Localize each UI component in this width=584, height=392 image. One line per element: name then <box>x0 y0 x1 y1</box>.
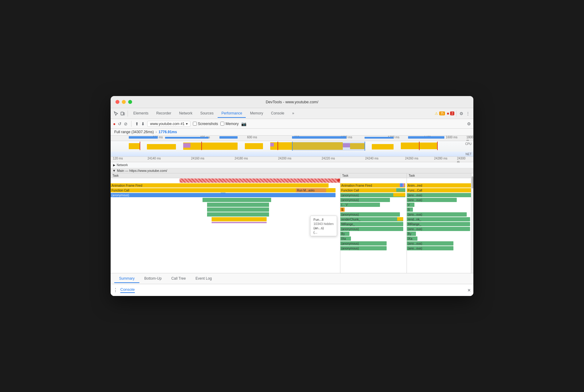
tab-recorder[interactable]: Recorder <box>153 109 175 118</box>
console-menu-icon[interactable]: ⋮ <box>113 287 118 293</box>
settings-icon[interactable]: ⚙ <box>458 111 464 117</box>
breadcrumb-arrow: › <box>156 130 157 134</box>
right-by-row: By <box>407 231 473 236</box>
mid-anim-block[interactable]: Animation Frame Fired <box>340 183 405 188</box>
mid-func-block[interactable]: Function Call <box>340 188 405 192</box>
mid-ixa-row: IXa <box>340 236 407 241</box>
right-render-label: rend...nk_ <box>408 218 421 221</box>
right-anon6-block[interactable]: (ano...ous) <box>407 246 453 250</box>
tab-sources[interactable]: Sources <box>196 109 217 118</box>
right-render-block[interactable]: rend...nk_ <box>407 217 470 221</box>
mid-v-row: (... V <box>340 202 407 207</box>
svg-rect-5 <box>245 143 263 149</box>
timeline-overview[interactable]: 200 ms 400 ms 600 ms 800 ms 1000 ms 1200… <box>111 136 473 157</box>
tab-event-log[interactable]: Event Log <box>191 275 217 283</box>
right-anon2-block[interactable]: (ano...ous) <box>407 198 457 202</box>
upload-button[interactable]: ⬆ <box>135 121 139 126</box>
tab-bottom-up[interactable]: Bottom-Up <box>139 275 166 283</box>
mid-s-row: S <box>340 207 407 212</box>
tab-summary[interactable]: Summary <box>114 275 139 283</box>
detail-mark-24200: 24200 ms <box>278 157 291 160</box>
right-anon5-label: (ano...ous) <box>408 242 422 245</box>
mid-anon6-block[interactable]: (anonymous) <box>340 246 387 250</box>
mid-s-block[interactable]: S <box>340 207 345 212</box>
function-call-label: Function Call <box>112 189 129 192</box>
clear-button[interactable]: ⊘ <box>124 121 128 126</box>
device-toolbar-icon[interactable] <box>120 111 126 117</box>
mid-fill-block[interactable]: fillRange_ <box>340 222 403 226</box>
error-count: 2 <box>450 111 454 115</box>
network-track: ▶ Network <box>111 162 473 168</box>
right-s-block[interactable]: S <box>407 207 413 212</box>
mid-ixa-block[interactable]: IXa <box>340 236 351 241</box>
full-range-label[interactable]: Full range (34307.26ms) <box>114 130 154 134</box>
tab-network[interactable]: Network <box>175 109 196 118</box>
mid-render-block[interactable]: renderChunk_ <box>340 217 403 221</box>
animation-frame-label: Animation Frame Fired <box>112 184 142 187</box>
mid-anon2-row: (anonymous) <box>340 198 407 202</box>
deep-stack-2 <box>207 203 269 207</box>
mid-by-block[interactable]: By <box>340 232 349 236</box>
screenshots-checkbox-label: Screenshots <box>193 122 218 126</box>
right-fill-block[interactable]: fillRange_ <box>407 222 470 226</box>
animation-frame-fired-block[interactable]: Animation Frame Fired <box>111 183 329 188</box>
close-button[interactable] <box>115 100 119 104</box>
tab-performance[interactable]: Performance <box>218 109 246 118</box>
tab-memory[interactable]: Memory <box>246 109 267 118</box>
right-anon5-block[interactable]: (ano...ous) <box>407 241 453 246</box>
col-right-task-label: Task <box>409 174 415 177</box>
deep-stack-5 <box>212 217 267 221</box>
right-anon3-block[interactable]: (ano...ous) <box>407 212 467 217</box>
flame-chart[interactable]: Task Animation Frame Fired <box>111 173 473 273</box>
mid-anon3-block[interactable]: (anonymous) <box>340 212 400 217</box>
mid-anon4-block[interactable]: (anonymous) <box>340 227 403 231</box>
cpu-overview: CPU <box>111 141 473 152</box>
scrollbar-thumb[interactable] <box>472 176 473 188</box>
right-render-row: rend...nk_ <box>407 217 473 222</box>
mid-s-label: S <box>341 208 343 211</box>
mid-anon2-label: (anonymous) <box>341 198 359 202</box>
main-section-header: ▼ Main — https://www.youtube.com/ <box>111 168 473 173</box>
more-options-icon[interactable]: ⋮ <box>465 111 471 117</box>
performance-settings-icon[interactable]: ⚙ <box>467 121 471 126</box>
sep2 <box>456 111 456 117</box>
run-microtasks-block[interactable]: Run M...asks <box>296 188 326 192</box>
vertical-scrollbar[interactable] <box>471 173 473 273</box>
maximize-button[interactable] <box>128 100 132 104</box>
console-label[interactable]: Console <box>120 287 135 293</box>
right-anon1-block[interactable]: (ano...ous) <box>407 193 472 197</box>
tab-call-tree[interactable]: Call Tree <box>167 275 191 283</box>
url-selector[interactable]: www.youtube.com #1 ▾ <box>147 121 190 127</box>
svg-rect-20 <box>292 142 293 151</box>
right-by-block[interactable]: By <box>407 232 416 236</box>
capture-settings-icon[interactable]: 📷 <box>241 121 246 126</box>
mid-anon2-block[interactable]: (anonymous) <box>340 198 390 202</box>
tab-elements[interactable]: Elements <box>130 109 152 118</box>
memory-checkbox[interactable] <box>220 122 224 126</box>
screenshots-checkbox[interactable] <box>193 122 197 126</box>
download-button[interactable]: ⬇ <box>141 121 145 126</box>
right-anim-block[interactable]: Anim...ired <box>407 183 472 188</box>
mid-v-label: (... V <box>341 203 348 207</box>
right-func-block[interactable]: Func...Call <box>407 188 472 192</box>
refresh-record-button[interactable]: ↺ <box>118 121 122 126</box>
tab-console[interactable]: Console <box>267 109 288 118</box>
right-fill-row: fillRange_ <box>407 222 473 227</box>
console-close-button[interactable]: ✕ <box>467 288 471 293</box>
warning-count: 35 <box>439 111 445 115</box>
right-by-label: By <box>408 232 411 236</box>
mid-anon5-block[interactable]: (anonymous) <box>340 241 387 246</box>
right-v-block[interactable]: V <box>407 203 414 207</box>
main-collapse-icon[interactable]: ▼ <box>112 169 116 172</box>
fun-ll-mini <box>221 193 225 197</box>
record-button[interactable]: ● <box>113 121 115 126</box>
svg-rect-8 <box>372 144 394 149</box>
right-ixa-block[interactable]: IXa <box>407 236 417 241</box>
tab-more[interactable]: » <box>289 109 298 118</box>
minimize-button[interactable] <box>122 100 126 104</box>
mid-v-block[interactable]: (... V <box>340 203 380 207</box>
detail-mark-24240: 24240 ms <box>365 157 378 160</box>
select-tool-icon[interactable] <box>113 111 119 117</box>
long-task-marker <box>337 179 340 182</box>
right-anon4-block[interactable]: (ano...ous) <box>407 227 470 231</box>
